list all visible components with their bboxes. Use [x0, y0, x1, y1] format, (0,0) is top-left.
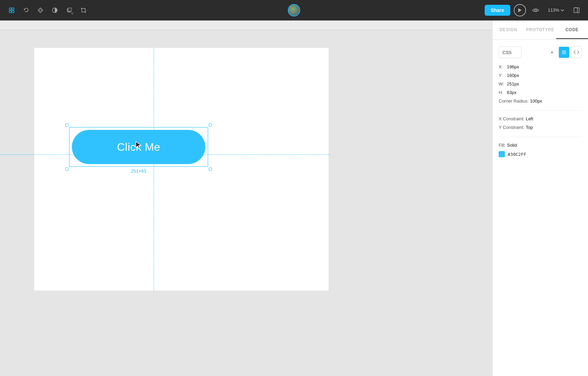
panel-tabs: DESIGN PROTOTYPE CODE	[493, 21, 588, 40]
main-content: Click Me 251×63 DESIGN PROTOTYPE CODE	[0, 21, 588, 376]
contrast-icon	[52, 7, 58, 13]
language-selector-row: CSS Swift Android Flutter	[499, 46, 582, 58]
crop-button[interactable]	[77, 4, 90, 16]
zoom-chevron-icon	[561, 9, 564, 11]
list-icon	[562, 50, 566, 54]
dropdown-arrow-icon	[71, 12, 74, 15]
svg-marker-7	[518, 8, 522, 12]
canvas-click-me-button[interactable]: Click Me	[72, 130, 205, 164]
canvas-top-bar	[0, 21, 492, 30]
zoom-control[interactable]: 113%	[545, 6, 567, 14]
x-constraint-label: X Constraint:	[499, 116, 524, 121]
x-constraint-row: X Constraint: Left	[499, 116, 582, 121]
y-value: 160px	[507, 73, 519, 78]
w-label: W:	[499, 81, 506, 86]
language-select[interactable]: CSS Swift Android Flutter	[499, 46, 522, 58]
play-button[interactable]	[514, 4, 526, 16]
color-hex-value: #30C2FF	[508, 152, 526, 157]
book-icon	[573, 7, 580, 13]
y-constraint-row: Y Constraint: Top	[499, 125, 582, 130]
dimension-label: 251×63	[131, 169, 146, 174]
w-value: 251px	[507, 81, 519, 86]
toolbar-right: Share 113%	[303, 4, 583, 16]
play-icon	[518, 8, 522, 13]
share-button[interactable]: Share	[485, 5, 510, 16]
svg-rect-0	[9, 8, 11, 10]
help-button[interactable]	[570, 4, 583, 16]
x-constraint-value: Left	[526, 116, 533, 121]
toolbar: Share 113%	[0, 0, 588, 21]
components-icon	[37, 7, 43, 13]
select-icon	[9, 7, 15, 13]
y-label: Y:	[499, 73, 506, 78]
components-button[interactable]	[34, 4, 47, 16]
svg-point-8	[535, 9, 537, 11]
svg-rect-3	[12, 11, 14, 13]
h-property-row: H: 63px	[499, 90, 582, 95]
select-tool-button[interactable]	[5, 4, 18, 16]
undo-icon	[23, 7, 29, 13]
section-divider-1	[499, 110, 582, 111]
code-view-button[interactable]	[571, 46, 582, 58]
svg-rect-1	[12, 8, 14, 10]
corner-radius-property-row: Corner Radius: 100px	[499, 98, 582, 104]
position-properties: X: 196px Y: 160px W: 251px H: 63px Corne…	[499, 64, 582, 104]
corner-radius-label: Corner Radius:	[499, 98, 528, 104]
layers-button[interactable]	[63, 4, 75, 16]
x-property-row: X: 196px	[499, 64, 582, 69]
color-swatch[interactable]	[499, 151, 505, 157]
tab-design[interactable]: DESIGN	[493, 21, 524, 39]
svg-rect-6	[68, 8, 72, 11]
canvas-frame	[34, 48, 329, 291]
panel-content: CSS Swift Android Flutter	[493, 40, 588, 376]
fill-properties: Fill: Solid #30C2FF	[499, 143, 582, 157]
y-constraint-label: Y Constraint:	[499, 125, 524, 130]
list-view-button[interactable]	[559, 46, 570, 58]
svg-rect-2	[9, 11, 11, 13]
toolbar-left	[5, 4, 285, 16]
corner-radius-value: 100px	[530, 98, 542, 104]
code-brackets-icon	[574, 50, 579, 54]
h-value: 63px	[507, 90, 516, 95]
avatar-image	[289, 5, 299, 16]
fill-type: Solid	[507, 143, 517, 148]
w-property-row: W: 251px	[499, 81, 582, 86]
canvas-button-label: Click Me	[117, 141, 161, 153]
preview-button[interactable]	[529, 4, 542, 16]
contrast-button[interactable]	[49, 4, 61, 16]
fill-label: Fill:	[499, 143, 506, 148]
crop-icon	[80, 7, 87, 13]
canvas-area[interactable]: Click Me 251×63	[0, 21, 492, 376]
h-label: H:	[499, 90, 506, 95]
right-panel: DESIGN PROTOTYPE CODE CSS Swift Android …	[492, 21, 588, 376]
y-property-row: Y: 160px	[499, 73, 582, 78]
fill-row: Fill: Solid	[499, 143, 582, 148]
constraint-properties: X Constraint: Left Y Constraint: Top	[499, 116, 582, 130]
tab-prototype[interactable]: PROTOTYPE	[524, 21, 556, 39]
x-label: X:	[499, 64, 506, 69]
section-divider-2	[499, 137, 582, 137]
avatar[interactable]	[288, 4, 300, 16]
eye-icon	[532, 8, 539, 13]
fill-color-row: #30C2FF	[499, 151, 582, 157]
y-constraint-value: Top	[526, 125, 533, 130]
view-toggle-buttons	[559, 46, 582, 58]
zoom-value: 113%	[548, 8, 559, 13]
x-value: 196px	[507, 64, 519, 69]
canvas-element-wrapper: Click Me 251×63	[72, 130, 205, 164]
toolbar-center	[288, 4, 300, 16]
tab-code[interactable]: CODE	[556, 21, 588, 39]
undo-button[interactable]	[20, 4, 32, 16]
language-select-wrapper: CSS Swift Android Flutter	[499, 46, 556, 58]
